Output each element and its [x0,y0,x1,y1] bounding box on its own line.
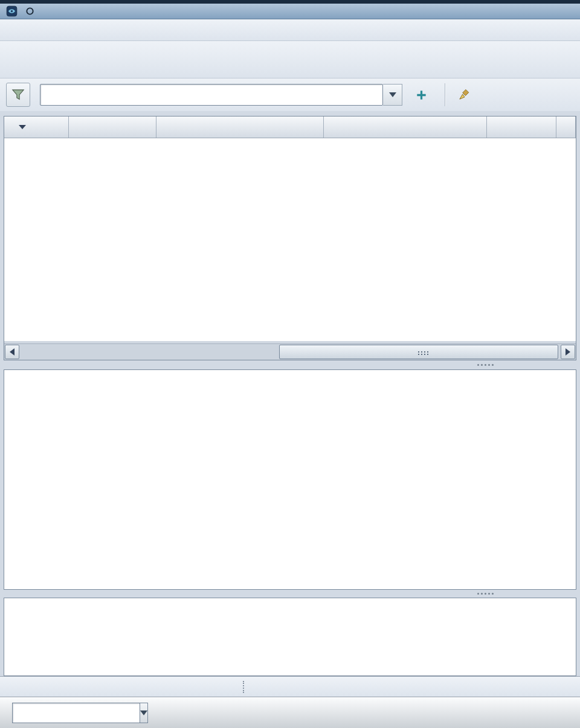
filter-input[interactable] [40,84,383,106]
taskbar-combo-dropdown[interactable] [140,703,148,723]
filterbar-separator [445,83,446,106]
filter-funnel-icon [10,87,26,103]
screen [0,0,580,728]
titlebar [0,4,580,19]
arrow-left-icon [10,348,14,356]
toolbar [0,41,580,78]
expression-plus-icon [414,88,428,102]
wireshark-app-icon [6,5,18,17]
clear-broom-icon [458,88,472,102]
splitter-grip-icon [477,593,479,595]
sort-indicator-icon [19,125,26,129]
status-bar [0,676,580,697]
sticky-button[interactable] [23,5,36,18]
pane-splitter-lower[interactable] [0,590,580,598]
status-separator [243,681,245,693]
filter-dropdown-button[interactable] [383,84,402,106]
chevron-down-icon [140,710,147,715]
expression-button[interactable] [408,82,439,107]
menubar [0,19,580,41]
splitter-grip-icon [477,364,479,366]
column-header-info[interactable] [556,117,576,138]
column-header-time[interactable] [69,117,156,138]
column-header-source[interactable] [156,117,324,138]
taskbar [0,697,580,728]
chevron-down-icon [389,92,396,97]
column-header-destination[interactable] [324,117,487,138]
window-menu-button[interactable] [5,5,18,18]
hex-dump-pane [4,598,576,676]
filter-bar [0,78,580,111]
packet-list-header [4,117,576,138]
window-gap [0,111,580,116]
pane-splitter-upper[interactable] [0,360,580,369]
filter-button[interactable] [6,83,30,107]
scrollbar-thumb[interactable] [279,345,558,359]
column-header-protocol[interactable] [487,117,556,138]
horizontal-scrollbar[interactable] [4,343,576,360]
taskbar-combo [12,703,118,723]
arrow-right-icon [566,348,570,356]
sticky-icon [24,5,36,17]
packet-rows [4,138,576,341]
scroll-left-button[interactable] [5,345,19,359]
scroll-right-button[interactable] [561,345,575,359]
packet-list-pane [4,116,576,360]
taskbar-combo-input[interactable] [12,703,140,723]
column-header-no[interactable] [4,117,69,138]
packet-details-pane [4,369,576,590]
thumb-grip-icon [418,351,419,353]
clear-button[interactable] [452,82,482,107]
